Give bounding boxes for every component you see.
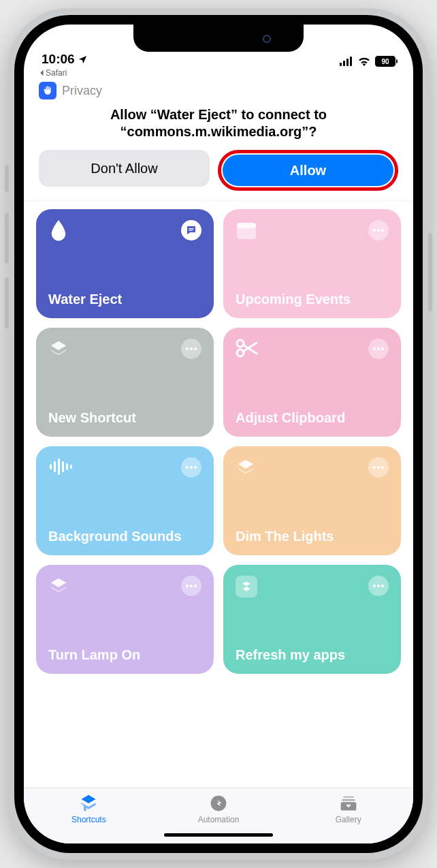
tile-label: Turn Lamp On	[48, 647, 201, 663]
privacy-prompt: Allow “Water Eject” to connect to “commo…	[36, 106, 401, 150]
privacy-hand-icon	[39, 82, 56, 99]
svg-point-9	[237, 350, 244, 356]
tile-label: Water Eject	[48, 291, 201, 307]
svg-rect-14	[66, 463, 68, 470]
tile-label: Upcoming Events	[236, 291, 389, 307]
svg-rect-17	[343, 796, 354, 799]
tab-label: Automation	[198, 815, 240, 824]
cellular-icon	[340, 57, 353, 66]
svg-rect-12	[58, 459, 60, 475]
shortcuts-grid: Water EjectUpcoming EventsNew ShortcutAd…	[24, 202, 413, 788]
calendar-icon	[236, 220, 257, 241]
status-time: 10:06	[42, 52, 75, 67]
svg-rect-10	[50, 464, 52, 469]
tile-menu-button[interactable]	[368, 457, 389, 478]
shortcut-tile[interactable]: Refresh my apps	[223, 565, 401, 674]
water-drop-icon	[48, 220, 69, 243]
device-notch	[133, 25, 304, 52]
svg-rect-18	[342, 799, 355, 801]
tab-automation[interactable]: Automation	[178, 794, 259, 824]
tile-menu-button[interactable]	[181, 576, 201, 596]
tab-gallery[interactable]: Gallery	[308, 794, 389, 824]
tile-label: New Shortcut	[48, 409, 201, 426]
allow-button-highlight: Allow	[218, 150, 398, 191]
tile-menu-button[interactable]	[181, 339, 201, 359]
svg-rect-5	[189, 230, 193, 230]
tile-label: Adjust Clipboard	[236, 409, 389, 426]
svg-rect-3	[350, 57, 352, 66]
svg-rect-7	[237, 223, 256, 228]
tile-label: Refresh my apps	[236, 647, 389, 663]
shortcut-tile[interactable]: Background Sounds	[36, 446, 214, 555]
shortcut-tile[interactable]: Water Eject	[36, 209, 214, 318]
shortcut-tile[interactable]: Adjust Clipboard	[223, 328, 401, 437]
tab-label: Shortcuts	[71, 815, 106, 824]
shortcut-tile[interactable]: New Shortcut	[36, 328, 214, 437]
waveform-icon	[48, 457, 73, 476]
svg-rect-15	[70, 465, 72, 469]
shortcuts-tab-icon	[78, 794, 99, 813]
scissors-icon	[236, 339, 259, 358]
layers-icon	[236, 457, 256, 478]
gallery-tab-icon	[338, 794, 359, 813]
dont-allow-button[interactable]: Don't Allow	[39, 150, 210, 187]
tile-menu-button[interactable]	[368, 220, 389, 241]
tile-label: Background Sounds	[48, 528, 201, 544]
privacy-sheet: Privacy Allow “Water Eject” to connect t…	[24, 78, 413, 200]
chevron-left-icon	[39, 69, 44, 76]
svg-rect-2	[346, 59, 349, 66]
battery-indicator: 90	[375, 56, 395, 67]
app-back-breadcrumb[interactable]: Safari	[24, 68, 413, 78]
privacy-label: Privacy	[62, 84, 102, 98]
tab-shortcuts[interactable]: Shortcuts	[48, 794, 129, 824]
svg-rect-1	[343, 61, 345, 66]
svg-rect-0	[340, 63, 342, 66]
wifi-icon	[357, 57, 371, 66]
layers-icon	[48, 576, 69, 596]
tile-menu-button[interactable]	[181, 457, 201, 478]
shortcut-tile[interactable]: Upcoming Events	[223, 209, 401, 318]
home-indicator[interactable]	[164, 833, 273, 837]
tile-menu-button[interactable]	[368, 576, 389, 596]
chat-bubble-icon[interactable]	[181, 220, 201, 241]
shortcuts-badge-icon	[236, 576, 257, 598]
automation-tab-icon	[209, 794, 228, 813]
tile-menu-button[interactable]	[368, 339, 389, 359]
allow-button[interactable]: Allow	[223, 155, 393, 186]
tab-label: Gallery	[336, 815, 361, 824]
shortcut-tile[interactable]: Dim The Lights	[223, 446, 401, 555]
svg-rect-13	[62, 461, 64, 472]
shortcut-tile[interactable]: Turn Lamp On	[36, 565, 214, 674]
svg-rect-4	[189, 228, 194, 229]
tile-label: Dim The Lights	[236, 528, 389, 544]
svg-point-8	[237, 340, 244, 347]
location-icon	[78, 55, 88, 65]
svg-rect-11	[54, 461, 56, 472]
layers-icon	[48, 339, 69, 359]
